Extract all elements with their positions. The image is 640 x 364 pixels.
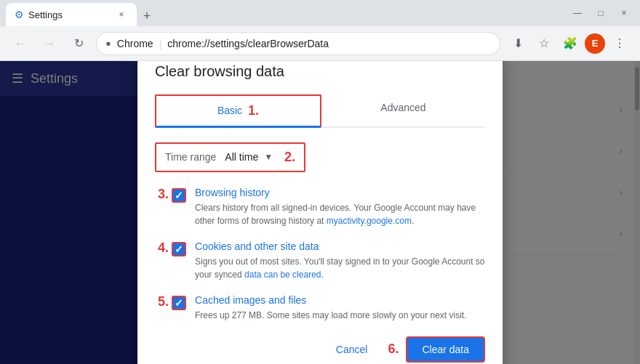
maximize-button[interactable]: □ [591, 3, 611, 23]
checkbox-checked-icon[interactable]: ✓ [172, 296, 186, 310]
settings-page: ☰ Settings 🔍 Privacy and s 🗑 Clea Clea › [0, 61, 640, 364]
cached-images-checkbox[interactable]: ✓ [172, 296, 186, 310]
tab-close-button[interactable]: × [115, 8, 128, 21]
tab-basic-label: Basic 1. [217, 103, 259, 118]
menu-icon[interactable]: ⋮ [608, 32, 631, 55]
cached-images-content: Cached images and files Frees up 277 MB.… [195, 294, 485, 322]
browsing-history-title: Browsing history [195, 187, 485, 198]
tab-advanced[interactable]: Advanced [321, 94, 485, 128]
cached-images-item: 5. ✓ Cached images and files Frees up 27… [155, 294, 485, 322]
window-controls: — □ × [567, 3, 634, 23]
address-url-text: chrome://settings/clearBrowserData [167, 38, 329, 49]
time-range-value: All time [225, 151, 258, 163]
address-security-icon: ● [105, 38, 111, 49]
extensions-icon[interactable]: 🧩 [559, 32, 582, 55]
toolbar: ← → ↻ ● Chrome | chrome://settings/clear… [0, 26, 640, 61]
annotation-1: 1. [248, 103, 259, 118]
refresh-button[interactable]: ↻ [67, 32, 90, 55]
browsing-history-checkbox[interactable]: ✓ [172, 188, 186, 203]
tab-title: Settings [28, 9, 63, 20]
cookies-content: Cookies and other site data Signs you ou… [195, 240, 485, 281]
time-range-row[interactable]: Time range All time ▼ 2. [155, 142, 305, 172]
clear-data-button[interactable]: Clear data [406, 336, 485, 363]
myactivity-link[interactable]: myactivity.google.com [327, 216, 412, 226]
tab-strip: ⚙ Settings × + [6, 0, 564, 26]
address-site-name: Chrome [117, 38, 153, 49]
checkbox-checked-icon[interactable]: ✓ [172, 188, 186, 203]
cancel-button[interactable]: Cancel [321, 338, 383, 361]
modal-overlay: Clear browsing data Basic 1. Advanced [0, 61, 640, 364]
toolbar-actions: ⬇ ☆ 🧩 E ⋮ [506, 32, 631, 55]
time-range-label: Time range [165, 151, 216, 163]
clear-browsing-data-dialog: Clear browsing data Basic 1. Advanced [137, 61, 503, 364]
annotation-6: 6. [388, 341, 399, 357]
checkbox-checked-icon[interactable]: ✓ [172, 242, 186, 256]
annotation-4: 4. [158, 240, 169, 256]
avatar[interactable]: E [585, 33, 605, 54]
dialog-footer: Cancel 6. Clear data [155, 336, 485, 363]
cached-images-desc: Frees up 277 MB. Some sites may load mor… [195, 309, 485, 322]
active-tab[interactable]: ⚙ Settings × [6, 3, 137, 26]
close-button[interactable]: × [614, 3, 634, 23]
address-separator: | [159, 38, 162, 49]
data-cleared-link[interactable]: data can be cleared [244, 270, 321, 280]
new-tab-button[interactable]: + [137, 6, 157, 26]
browsing-history-desc: Clears history from all signed-in device… [195, 201, 485, 227]
cookies-checkbox[interactable]: ✓ [172, 242, 186, 256]
dialog-title: Clear browsing data [155, 63, 485, 80]
tab-favicon: ⚙ [15, 9, 24, 20]
bookmark-icon[interactable]: ☆ [532, 32, 556, 55]
time-range-select[interactable]: All time ▼ [225, 151, 273, 163]
cookies-item: 4. ✓ Cookies and other site data Signs y… [155, 240, 485, 281]
browser-frame: ⚙ Settings × + — □ × ← → ↻ ● Chrome | ch… [0, 0, 640, 364]
annotation-5: 5. [158, 294, 169, 310]
browsing-history-item: 3. ✓ Browsing history Clears history fro… [155, 187, 485, 227]
annotation-3: 3. [158, 187, 169, 202]
title-bar: ⚙ Settings × + — □ × [0, 0, 640, 26]
back-button[interactable]: ← [9, 32, 32, 55]
cached-images-title: Cached images and files [195, 294, 485, 306]
cookies-desc: Signs you out of most sites. You'll stay… [195, 255, 485, 281]
dialog-tabs: Basic 1. Advanced [155, 94, 485, 128]
forward-button[interactable]: → [38, 32, 61, 55]
minimize-button[interactable]: — [567, 3, 588, 23]
dropdown-arrow-icon: ▼ [264, 152, 273, 162]
annotation-2: 2. [284, 150, 295, 165]
address-bar[interactable]: ● Chrome | chrome://settings/clearBrowse… [96, 32, 500, 55]
download-icon[interactable]: ⬇ [506, 32, 529, 55]
tab-basic[interactable]: Basic 1. [155, 94, 321, 128]
cookies-title: Cookies and other site data [195, 240, 485, 252]
browsing-history-content: Browsing history Clears history from all… [195, 187, 485, 227]
